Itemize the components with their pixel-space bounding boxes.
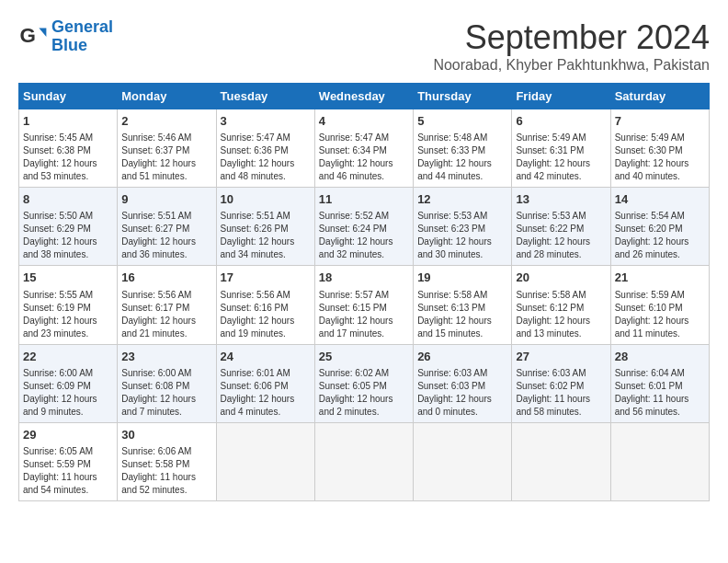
day-number: 28 bbox=[615, 349, 705, 365]
calendar-cell: 20Sunrise: 5:58 AM Sunset: 6:12 PM Dayli… bbox=[512, 266, 610, 344]
calendar-cell: 3Sunrise: 5:47 AM Sunset: 6:36 PM Daylig… bbox=[216, 109, 314, 188]
day-number: 6 bbox=[516, 113, 606, 130]
title-block: September 2024 Noorabad, Khyber Pakhtunk… bbox=[433, 18, 710, 74]
day-number: 8 bbox=[23, 191, 113, 208]
day-info: Sunrise: 5:47 AM Sunset: 6:34 PM Dayligh… bbox=[319, 132, 409, 183]
day-info: Sunrise: 6:00 AM Sunset: 6:08 PM Dayligh… bbox=[121, 367, 211, 419]
day-number: 13 bbox=[516, 191, 606, 208]
calendar-cell: 22Sunrise: 6:00 AM Sunset: 6:09 PM Dayli… bbox=[19, 344, 118, 422]
day-number: 18 bbox=[319, 270, 409, 286]
day-info: Sunrise: 5:56 AM Sunset: 6:16 PM Dayligh… bbox=[221, 289, 311, 340]
day-info: Sunrise: 6:05 AM Sunset: 5:59 PM Dayligh… bbox=[23, 445, 113, 497]
day-number: 25 bbox=[319, 349, 409, 365]
day-number: 12 bbox=[417, 191, 507, 208]
calendar-cell: 10Sunrise: 5:51 AM Sunset: 6:26 PM Dayli… bbox=[216, 188, 314, 266]
logo: G General Blue bbox=[18, 18, 113, 55]
day-info: Sunrise: 5:57 AM Sunset: 6:15 PM Dayligh… bbox=[319, 289, 409, 340]
calendar-cell: 25Sunrise: 6:02 AM Sunset: 6:05 PM Dayli… bbox=[314, 344, 413, 422]
day-info: Sunrise: 5:50 AM Sunset: 6:29 PM Dayligh… bbox=[23, 210, 113, 261]
day-number: 4 bbox=[319, 113, 409, 130]
day-number: 19 bbox=[417, 270, 507, 286]
day-number: 26 bbox=[417, 349, 507, 365]
day-info: Sunrise: 6:01 AM Sunset: 6:06 PM Dayligh… bbox=[221, 367, 311, 419]
calendar-week-row: 15Sunrise: 5:55 AM Sunset: 6:19 PM Dayli… bbox=[19, 266, 710, 344]
day-info: Sunrise: 5:53 AM Sunset: 6:23 PM Dayligh… bbox=[417, 210, 507, 261]
weekday-header-tuesday: Tuesday bbox=[216, 84, 314, 109]
calendar-week-row: 8Sunrise: 5:50 AM Sunset: 6:29 PM Daylig… bbox=[19, 188, 710, 266]
calendar-cell: 19Sunrise: 5:58 AM Sunset: 6:13 PM Dayli… bbox=[414, 266, 512, 344]
day-number: 2 bbox=[121, 113, 211, 130]
day-number: 23 bbox=[121, 349, 211, 365]
calendar-cell: 1Sunrise: 5:45 AM Sunset: 6:38 PM Daylig… bbox=[19, 109, 118, 188]
day-info: Sunrise: 5:51 AM Sunset: 6:27 PM Dayligh… bbox=[121, 210, 211, 261]
calendar-cell: 15Sunrise: 5:55 AM Sunset: 6:19 PM Dayli… bbox=[19, 266, 118, 344]
calendar-cell: 8Sunrise: 5:50 AM Sunset: 6:29 PM Daylig… bbox=[19, 188, 118, 266]
day-number: 3 bbox=[221, 113, 311, 130]
day-number: 30 bbox=[121, 427, 211, 443]
day-number: 7 bbox=[615, 113, 705, 130]
calendar-cell bbox=[314, 422, 413, 500]
calendar-cell: 14Sunrise: 5:54 AM Sunset: 6:20 PM Dayli… bbox=[610, 188, 709, 266]
day-info: Sunrise: 5:47 AM Sunset: 6:36 PM Dayligh… bbox=[221, 132, 311, 183]
weekday-header-wednesday: Wednesday bbox=[314, 84, 413, 109]
location: Noorabad, Khyber Pakhtunkhwa, Pakistan bbox=[433, 57, 710, 74]
day-info: Sunrise: 6:03 AM Sunset: 6:02 PM Dayligh… bbox=[516, 367, 606, 419]
day-info: Sunrise: 6:00 AM Sunset: 6:09 PM Dayligh… bbox=[23, 367, 113, 419]
logo-icon: G bbox=[18, 22, 48, 52]
calendar-table: SundayMondayTuesdayWednesdayThursdayFrid… bbox=[18, 83, 710, 501]
day-number: 5 bbox=[417, 113, 507, 130]
day-info: Sunrise: 5:46 AM Sunset: 6:37 PM Dayligh… bbox=[121, 132, 211, 183]
page-header: G General Blue September 2024 Noorabad, … bbox=[18, 18, 710, 74]
calendar-cell bbox=[610, 422, 709, 500]
day-number: 11 bbox=[319, 191, 409, 208]
day-number: 29 bbox=[23, 427, 113, 443]
day-number: 1 bbox=[23, 113, 113, 130]
calendar-cell bbox=[512, 422, 610, 500]
day-info: Sunrise: 5:54 AM Sunset: 6:20 PM Dayligh… bbox=[615, 210, 705, 261]
calendar-header-row: SundayMondayTuesdayWednesdayThursdayFrid… bbox=[19, 84, 710, 109]
day-info: Sunrise: 5:56 AM Sunset: 6:17 PM Dayligh… bbox=[121, 289, 211, 340]
weekday-header-monday: Monday bbox=[118, 84, 216, 109]
calendar-cell: 29Sunrise: 6:05 AM Sunset: 5:59 PM Dayli… bbox=[19, 422, 118, 500]
calendar-cell: 17Sunrise: 5:56 AM Sunset: 6:16 PM Dayli… bbox=[216, 266, 314, 344]
weekday-header-sunday: Sunday bbox=[19, 84, 118, 109]
calendar-cell: 23Sunrise: 6:00 AM Sunset: 6:08 PM Dayli… bbox=[118, 344, 216, 422]
calendar-cell: 18Sunrise: 5:57 AM Sunset: 6:15 PM Dayli… bbox=[314, 266, 413, 344]
calendar-week-row: 1Sunrise: 5:45 AM Sunset: 6:38 PM Daylig… bbox=[19, 109, 710, 188]
day-number: 17 bbox=[221, 270, 311, 286]
day-info: Sunrise: 5:58 AM Sunset: 6:13 PM Dayligh… bbox=[417, 289, 507, 340]
calendar-cell bbox=[216, 422, 314, 500]
calendar-cell: 24Sunrise: 6:01 AM Sunset: 6:06 PM Dayli… bbox=[216, 344, 314, 422]
weekday-header-thursday: Thursday bbox=[414, 84, 512, 109]
day-info: Sunrise: 6:04 AM Sunset: 6:01 PM Dayligh… bbox=[615, 367, 705, 419]
day-number: 20 bbox=[516, 270, 606, 286]
calendar-cell: 28Sunrise: 6:04 AM Sunset: 6:01 PM Dayli… bbox=[610, 344, 709, 422]
weekday-header-friday: Friday bbox=[512, 84, 610, 109]
day-number: 16 bbox=[121, 270, 211, 286]
day-info: Sunrise: 6:02 AM Sunset: 6:05 PM Dayligh… bbox=[319, 367, 409, 419]
calendar-cell: 21Sunrise: 5:59 AM Sunset: 6:10 PM Dayli… bbox=[610, 266, 709, 344]
day-info: Sunrise: 5:51 AM Sunset: 6:26 PM Dayligh… bbox=[221, 210, 311, 261]
day-number: 24 bbox=[221, 349, 311, 365]
day-info: Sunrise: 5:53 AM Sunset: 6:22 PM Dayligh… bbox=[516, 210, 606, 261]
day-number: 27 bbox=[516, 349, 606, 365]
calendar-week-row: 22Sunrise: 6:00 AM Sunset: 6:09 PM Dayli… bbox=[19, 344, 710, 422]
day-info: Sunrise: 5:45 AM Sunset: 6:38 PM Dayligh… bbox=[23, 132, 113, 183]
day-number: 14 bbox=[615, 191, 705, 208]
day-number: 15 bbox=[23, 270, 113, 286]
weekday-header-saturday: Saturday bbox=[610, 84, 709, 109]
calendar-cell: 13Sunrise: 5:53 AM Sunset: 6:22 PM Dayli… bbox=[512, 188, 610, 266]
calendar-cell bbox=[414, 422, 512, 500]
day-info: Sunrise: 6:06 AM Sunset: 5:58 PM Dayligh… bbox=[121, 445, 211, 497]
day-number: 22 bbox=[23, 349, 113, 365]
day-number: 21 bbox=[615, 270, 705, 286]
svg-marker-1 bbox=[39, 28, 46, 37]
day-info: Sunrise: 5:49 AM Sunset: 6:30 PM Dayligh… bbox=[615, 132, 705, 183]
svg-text:G: G bbox=[20, 24, 36, 47]
calendar-cell: 4Sunrise: 5:47 AM Sunset: 6:34 PM Daylig… bbox=[314, 109, 413, 188]
calendar-cell: 16Sunrise: 5:56 AM Sunset: 6:17 PM Dayli… bbox=[118, 266, 216, 344]
day-number: 10 bbox=[221, 191, 311, 208]
calendar-cell: 5Sunrise: 5:48 AM Sunset: 6:33 PM Daylig… bbox=[414, 109, 512, 188]
calendar-cell: 27Sunrise: 6:03 AM Sunset: 6:02 PM Dayli… bbox=[512, 344, 610, 422]
calendar-cell: 30Sunrise: 6:06 AM Sunset: 5:58 PM Dayli… bbox=[118, 422, 216, 500]
